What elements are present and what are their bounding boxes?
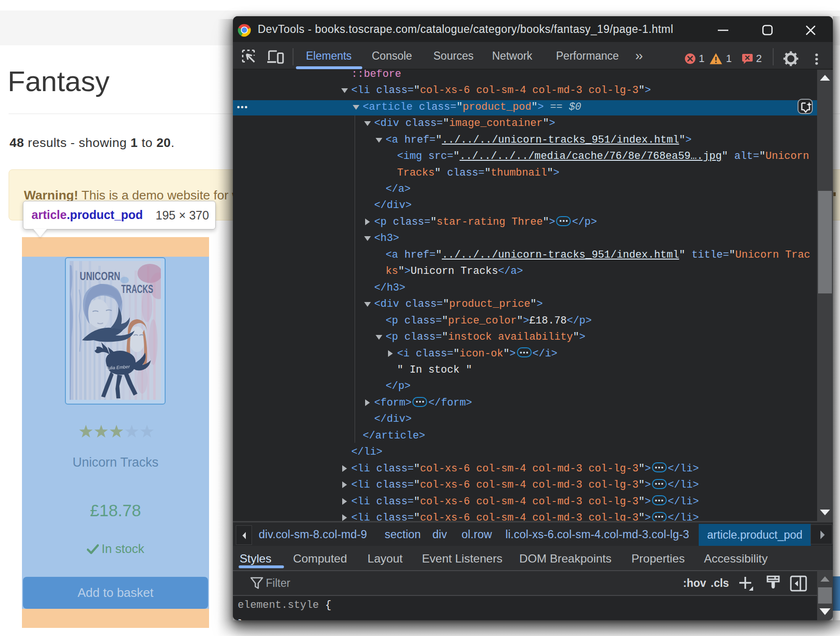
svg-text:UNICORN: UNICORN (80, 270, 120, 282)
svg-text:TRACKS: TRACKS (121, 282, 153, 295)
